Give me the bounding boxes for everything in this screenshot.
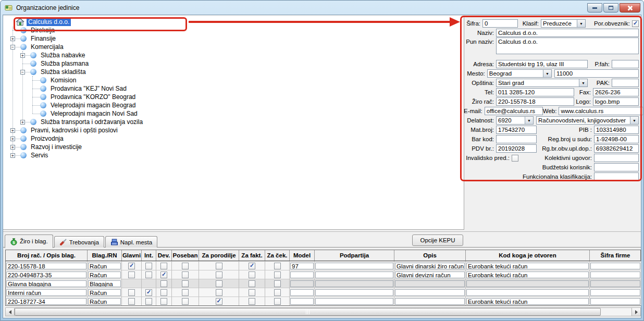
poseban-checkbox[interactable] (182, 280, 189, 287)
glavni-cell[interactable] (122, 279, 142, 288)
model-cell[interactable] (290, 270, 315, 279)
dev-checkbox[interactable] (160, 263, 167, 269)
kod-cell[interactable] (466, 288, 590, 297)
za_fakt-cell[interactable] (239, 279, 265, 288)
account-cell[interactable]: 220-0494873-35 (6, 270, 88, 279)
tab-trebovanja[interactable]: Trebovanja (54, 236, 104, 248)
poseban-checkbox[interactable] (182, 298, 189, 305)
dev-cell[interactable] (156, 297, 172, 305)
opis-cell[interactable] (394, 288, 466, 297)
podpartija-field[interactable] (315, 280, 393, 287)
dev-cell[interactable] (156, 288, 172, 297)
tree-expander-icon[interactable]: − (20, 70, 25, 75)
za_fakt-checkbox[interactable] (249, 280, 255, 287)
model-cell[interactable] (290, 288, 315, 297)
tree-item[interactable]: Komision (3, 76, 464, 84)
sifra_firme-cell[interactable] (590, 279, 641, 288)
za_cek-cell[interactable] (265, 288, 290, 297)
za_fakt-checkbox[interactable] (249, 263, 255, 269)
account-cell[interactable]: 220-18727-34 (6, 297, 88, 305)
tree-expander-icon[interactable]: − (10, 45, 15, 50)
scroll-right-button[interactable] (631, 308, 640, 316)
glavni-cell[interactable] (122, 270, 142, 279)
int-checkbox[interactable] (145, 298, 152, 305)
opis-cell[interactable]: Glavni devizni račun (394, 270, 466, 279)
int-cell[interactable] (142, 261, 156, 270)
tree-item[interactable]: Veleprodajni magacin Novi Sad (3, 109, 464, 118)
model-field[interactable] (290, 289, 314, 296)
podpartija-cell[interactable] (315, 288, 394, 297)
account-field[interactable]: 220-15578-18 (6, 263, 86, 269)
dev-checkbox[interactable] (160, 298, 167, 305)
titlebar[interactable]: Organizacione jedinice (1, 1, 643, 14)
za_fakt-checkbox[interactable] (249, 271, 255, 278)
poseban-checkbox[interactable] (182, 289, 189, 296)
podpartija-cell[interactable] (315, 261, 394, 270)
tree-expander-icon[interactable]: + (20, 53, 25, 58)
poseban-cell[interactable] (172, 288, 199, 297)
model-cell[interactable] (290, 279, 315, 288)
kod-cell[interactable]: Eurobank tekući račun (466, 297, 590, 305)
poseban-cell[interactable] (172, 297, 199, 305)
scrollbar-thumb[interactable] (15, 308, 601, 316)
sifra_firme-cell[interactable] (590, 270, 641, 279)
poseban-cell[interactable] (172, 270, 199, 279)
dev-cell[interactable] (156, 261, 172, 270)
sifra_firme-cell[interactable] (590, 288, 641, 297)
glavni-checkbox[interactable] (128, 289, 135, 296)
kod-field[interactable]: Eurobank tekući račun (466, 271, 589, 278)
maximize-button[interactable] (603, 3, 618, 13)
kod-field[interactable]: Eurobank tekući račun (466, 263, 589, 269)
model-field[interactable] (290, 298, 314, 305)
za_fakt-checkbox[interactable] (249, 298, 255, 305)
za_cek-checkbox[interactable] (274, 289, 281, 296)
za_porodilje-checkbox[interactable] (216, 298, 222, 305)
sifra_firme-field[interactable] (590, 289, 640, 296)
glavni-checkbox[interactable] (128, 298, 135, 305)
account-field[interactable]: 220-18727-34 (6, 298, 86, 305)
account-field[interactable]: Glavna blagajna (6, 280, 86, 287)
za_cek-cell[interactable] (265, 270, 290, 279)
sifra_firme-cell[interactable] (590, 261, 641, 270)
tab-napl-mesta[interactable]: Napl. mesta (105, 236, 157, 248)
tree-item[interactable]: +Služba nabavke (3, 51, 464, 59)
account-field[interactable]: 220-0494873-35 (6, 271, 86, 278)
za_fakt-cell[interactable] (239, 261, 265, 270)
podpartija-cell[interactable] (315, 270, 394, 279)
za_porodilje-checkbox[interactable] (216, 280, 222, 287)
podpartija-cell[interactable] (315, 279, 394, 288)
za_cek-checkbox[interactable] (274, 263, 281, 269)
za_porodilje-cell[interactable] (199, 297, 239, 305)
tree-item[interactable]: +Služba transporta i održavanja vozila (3, 118, 464, 126)
type-cell[interactable]: Račun (88, 261, 122, 270)
tree-item[interactable]: −Služba skladišta (3, 68, 464, 76)
podpartija-field[interactable] (315, 263, 393, 269)
tree-item[interactable]: Prodavnica "KORZO" Beograd (3, 93, 464, 101)
int-checkbox[interactable] (145, 263, 152, 269)
glavni-checkbox[interactable] (128, 263, 135, 269)
za_porodilje-checkbox[interactable] (216, 271, 222, 278)
account-cell[interactable]: Glavna blagajna (6, 279, 88, 288)
poseban-cell[interactable] (172, 261, 199, 270)
account-field[interactable]: Interni račun (6, 289, 86, 296)
minimize-button[interactable] (587, 3, 602, 13)
za_cek-cell[interactable] (265, 261, 290, 270)
za_fakt-checkbox[interactable] (249, 289, 255, 296)
opis-field[interactable] (395, 289, 465, 296)
za_porodilje-checkbox[interactable] (216, 263, 222, 269)
dev-checkbox[interactable] (160, 289, 167, 296)
za_cek-cell[interactable] (265, 279, 290, 288)
tree-expander-icon[interactable]: + (10, 145, 15, 150)
za_porodilje-cell[interactable] (199, 261, 239, 270)
podpartija-field[interactable] (315, 271, 393, 278)
tree-item[interactable]: +Proizvodnja (3, 134, 464, 143)
poseban-cell[interactable] (172, 279, 199, 288)
int-cell[interactable] (142, 279, 156, 288)
za_porodilje-cell[interactable] (199, 270, 239, 279)
dev-checkbox[interactable] (160, 280, 167, 287)
opis-cell[interactable] (394, 279, 466, 288)
za_porodilje-cell[interactable] (199, 288, 239, 297)
za_cek-checkbox[interactable] (274, 280, 281, 287)
type-field[interactable]: Račun (88, 289, 121, 296)
za_porodilje-cell[interactable] (199, 279, 239, 288)
